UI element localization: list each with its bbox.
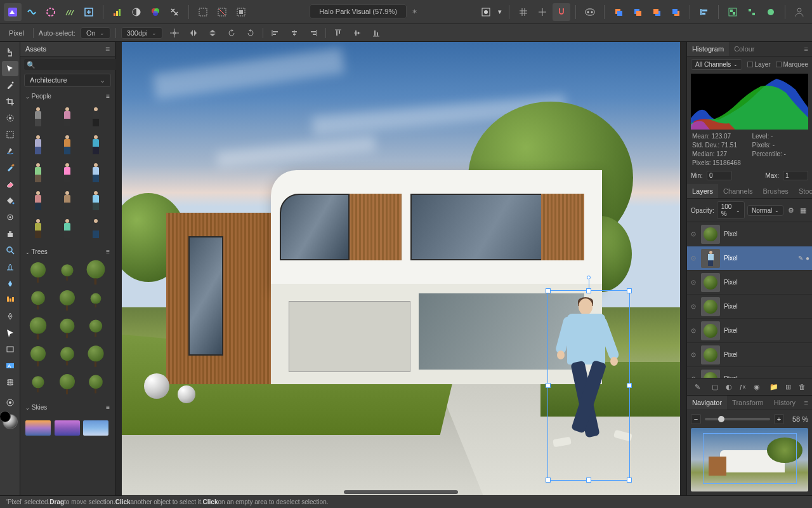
layers-tab[interactable]: Layers [687, 184, 718, 198]
rotate-ccw-icon[interactable] [225, 26, 239, 40]
auto-contrast-button[interactable] [128, 3, 145, 21]
tree-asset[interactable] [55, 316, 80, 341]
tree-asset[interactable] [25, 371, 51, 397]
assets-tab[interactable]: Assets [25, 45, 46, 53]
align-vcenter-icon[interactable] [350, 26, 364, 40]
marquee-checkbox[interactable]: Marquee [776, 61, 808, 68]
link-icon[interactable]: ● [806, 255, 809, 262]
trees-menu-icon[interactable]: ≡ [106, 248, 110, 255]
move-tool[interactable] [2, 61, 18, 76]
blend-dropdown[interactable]: Normal [747, 205, 783, 216]
layer-row[interactable]: ⊙Pixel [687, 319, 812, 343]
auto-levels-button[interactable] [108, 3, 126, 21]
person-asset[interactable] [25, 216, 51, 241]
sky-asset[interactable] [55, 415, 80, 441]
colour-picker-tool[interactable] [2, 77, 18, 93]
live-filter-icon[interactable]: ◉ [750, 381, 763, 392]
layer-visibility-icon[interactable]: ⊙ [690, 327, 697, 335]
transform-tab[interactable]: Transform [727, 396, 769, 410]
align-left-icon[interactable] [268, 26, 282, 40]
pen-tool[interactable] [2, 309, 18, 324]
person-asset[interactable] [55, 132, 80, 157]
group-button[interactable] [724, 3, 742, 21]
navigator-menu-icon[interactable]: ≡ [804, 399, 808, 406]
marquee-tool[interactable] [2, 127, 18, 142]
person-asset[interactable] [25, 104, 51, 130]
align-button[interactable] [695, 3, 713, 21]
flip-h-icon[interactable] [187, 26, 200, 40]
layer-row[interactable]: ⊙Pixel [687, 343, 812, 367]
snap-grid-button[interactable] [514, 3, 532, 21]
rotate-cw-icon[interactable] [244, 26, 258, 40]
lock-button[interactable] [762, 3, 780, 21]
art-text-tool[interactable]: A [2, 358, 18, 373]
flip-v-icon[interactable] [206, 26, 219, 40]
persona-liquify-button[interactable] [23, 3, 41, 21]
adjustment-layer-icon[interactable]: ◐ [723, 381, 735, 392]
horizontal-scrollbar[interactable] [344, 490, 458, 494]
zoom-tool[interactable] [2, 243, 18, 258]
account-button[interactable] [790, 3, 808, 21]
mask-layer-icon[interactable]: ▢ [709, 381, 721, 392]
layer-visibility-icon[interactable]: ⊙ [690, 279, 697, 286]
clone-tool[interactable] [2, 226, 18, 241]
arrange-front-button[interactable] [667, 3, 684, 21]
text-tool[interactable] [2, 292, 18, 307]
colour-tab[interactable]: Colour [729, 42, 759, 56]
document-title-pill[interactable]: Halo Park Visual (57.9%)✶ [310, 8, 417, 16]
tree-asset[interactable] [25, 344, 51, 369]
layer-row[interactable]: ⊙Pixel [687, 222, 812, 246]
edit-icon[interactable]: ✎ [798, 255, 803, 262]
people-menu-icon[interactable]: ≡ [106, 93, 110, 100]
tree-asset[interactable] [83, 260, 108, 285]
layer-lock-icon[interactable]: ▦ [799, 204, 808, 216]
flood-select-tool[interactable] [2, 144, 18, 159]
person-asset[interactable] [83, 216, 108, 241]
zoom-in-button[interactable]: + [774, 414, 784, 424]
healing-tool[interactable] [2, 276, 18, 291]
navigator-tab[interactable]: Navigator [687, 396, 727, 410]
tree-asset[interactable] [25, 260, 51, 285]
view-tool[interactable] [2, 44, 18, 60]
document-canvas[interactable] [122, 42, 680, 495]
assets-search-input[interactable] [24, 59, 120, 70]
layer-row[interactable]: ⊙Pixel [687, 367, 812, 378]
deselect-button[interactable] [213, 3, 231, 21]
node-tool[interactable] [2, 325, 18, 340]
assets-category-dropdown[interactable]: Architecture [24, 74, 111, 87]
canvas-viewport[interactable] [115, 42, 686, 495]
layer-row[interactable]: ⊙Pixel [687, 295, 812, 319]
snap-guides-button[interactable] [534, 3, 551, 21]
arrange-forward-button[interactable] [648, 3, 665, 21]
crop-tool[interactable] [2, 94, 18, 109]
layer-cog-icon[interactable]: ⚙ [786, 204, 796, 216]
tree-asset[interactable] [83, 371, 108, 397]
tree-asset[interactable] [83, 288, 108, 313]
placed-person-layer[interactable] [548, 298, 624, 476]
auto-wb-button[interactable] [166, 3, 183, 21]
channels-dropdown[interactable]: All Channels [691, 59, 742, 70]
assets-menu-icon[interactable]: ≡ [105, 44, 110, 53]
zoom-slider[interactable] [705, 418, 770, 420]
min-input[interactable] [707, 171, 732, 180]
ungroup-button[interactable] [743, 3, 761, 21]
zoom-out-button[interactable]: − [691, 414, 701, 424]
dpi-dropdown[interactable]: 300dpi [121, 27, 162, 39]
brushes-tab[interactable]: Brushes [758, 184, 794, 198]
layer-visibility-icon[interactable]: ⊙ [690, 303, 697, 311]
stock-tab[interactable]: Stock [794, 184, 812, 198]
persona-tonemap-button[interactable] [61, 3, 79, 21]
person-asset[interactable] [55, 188, 80, 213]
history-tab[interactable]: History [769, 396, 801, 410]
select-all-button[interactable] [194, 3, 212, 21]
tree-asset[interactable] [25, 316, 51, 341]
erase-tool[interactable] [2, 177, 18, 192]
trees-section-header[interactable]: Trees [32, 248, 48, 255]
quickmask-button[interactable] [477, 3, 495, 21]
align-top-icon[interactable] [331, 26, 345, 40]
histogram-tab[interactable]: Histogram [687, 42, 729, 56]
align-bottom-icon[interactable] [369, 26, 383, 40]
invert-selection-button[interactable] [232, 3, 250, 21]
auto-colours-button[interactable] [147, 3, 164, 21]
navigator-thumbnail[interactable] [691, 428, 808, 491]
